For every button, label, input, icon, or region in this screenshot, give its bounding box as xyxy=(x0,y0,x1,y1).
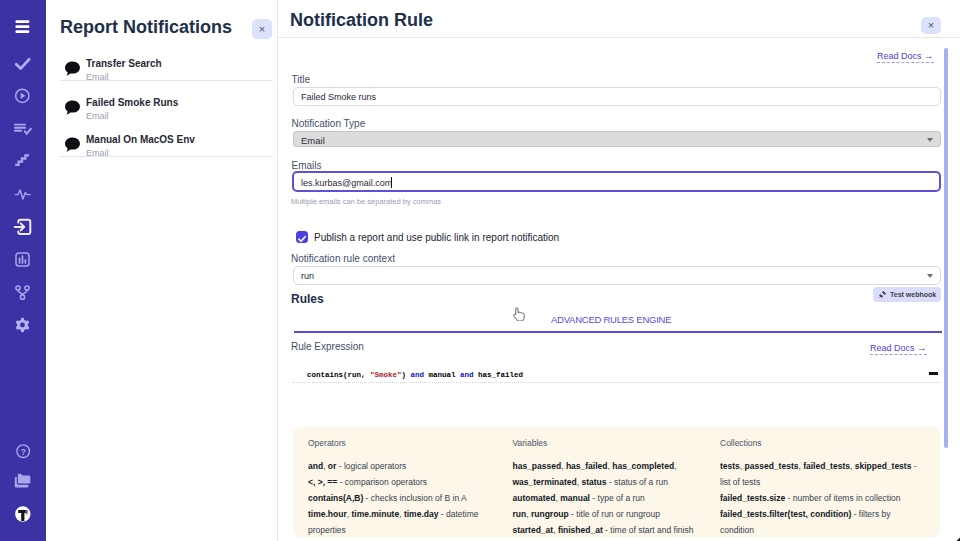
svg-text:?: ? xyxy=(20,447,26,457)
